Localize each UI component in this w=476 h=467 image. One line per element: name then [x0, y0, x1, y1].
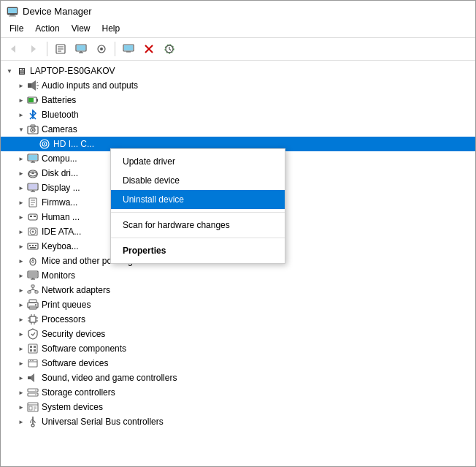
scan-toolbar-button[interactable]	[160, 40, 179, 58]
tree-item-software-devices[interactable]: Software devices	[1, 356, 475, 371]
svg-point-103	[30, 360, 31, 362]
tree-item-sound[interactable]: Sound, video and game controllers	[1, 371, 475, 385]
back-button[interactable]	[4, 40, 23, 58]
svg-point-110	[35, 394, 37, 395]
back-icon	[8, 44, 18, 54]
window-title: Device Manager	[23, 6, 92, 17]
ctx-uninstall-device[interactable]: Uninstall device	[111, 190, 285, 209]
software-components-chevron	[15, 343, 27, 354]
svg-point-39	[44, 143, 45, 145]
monitors-icon	[27, 270, 39, 281]
tree-item-monitors[interactable]: Monitors	[1, 268, 475, 283]
svg-rect-58	[30, 216, 32, 217]
svg-rect-75	[31, 285, 34, 287]
mice-chevron	[15, 255, 27, 267]
tree-item-bluetooth[interactable]: Bluetooth	[1, 107, 475, 122]
ctx-properties[interactable]: Properties	[111, 241, 285, 260]
bluetooth-label: Bluetooth	[42, 110, 79, 120]
svg-rect-30	[37, 99, 38, 102]
keyboards-label: Keyboa...	[42, 241, 79, 251]
software-components-icon	[27, 343, 39, 354]
hd-camera-chevron	[27, 138, 39, 150]
tree-item-network[interactable]: Network adapters	[1, 283, 475, 297]
tree-item-processors[interactable]: Processors	[1, 312, 475, 327]
network-label: Network adapters	[42, 285, 110, 295]
toolbar	[1, 38, 475, 61]
svg-rect-97	[30, 346, 32, 348]
forward-button[interactable]	[24, 40, 43, 58]
svg-marker-5	[31, 45, 36, 53]
svg-line-25	[37, 82, 38, 83]
scan-icon	[164, 43, 175, 55]
forward-icon	[28, 44, 39, 54]
disk-chevron	[15, 167, 27, 179]
menu-help[interactable]: Help	[96, 21, 126, 36]
tree-item-system[interactable]: System devices	[1, 400, 475, 414]
audio-label: Audio inputs and outputs	[42, 80, 138, 91]
context-menu: Update driver Disable device Uninstall d…	[110, 148, 285, 264]
svg-rect-105	[28, 376, 31, 379]
ide-chevron	[15, 226, 27, 238]
remove-button[interactable]	[139, 40, 158, 58]
show-hidden-icon	[96, 43, 107, 55]
ide-label: IDE ATA...	[42, 227, 81, 237]
ctx-disable-device[interactable]: Disable device	[111, 171, 285, 190]
svg-point-84	[35, 304, 37, 305]
tree-item-print-queues[interactable]: Print queues	[1, 297, 475, 312]
main-content: 🖥 LAPTOP-ES0GAKOV Audio inputs and outpu…	[1, 61, 475, 466]
root-chevron	[4, 65, 15, 77]
svg-point-15	[100, 48, 103, 50]
tree-item-batteries[interactable]: Batteries	[1, 93, 475, 107]
menu-view[interactable]: View	[66, 21, 96, 36]
svg-rect-57	[28, 214, 37, 220]
svg-point-48	[31, 172, 34, 174]
uninstall-toolbar-button[interactable]	[119, 40, 138, 58]
tree-item-audio[interactable]: Audio inputs and outputs	[1, 78, 475, 93]
svg-rect-108	[28, 393, 38, 396]
firmware-label: Firmwa...	[42, 197, 77, 208]
svg-rect-76	[28, 291, 31, 293]
computer-label: Compu...	[42, 153, 77, 164]
tree-item-usb[interactable]: Universal Serial Bus controllers	[1, 414, 475, 429]
monitors-label: Monitors	[42, 270, 75, 281]
svg-line-95	[33, 333, 35, 335]
svg-marker-24	[31, 80, 36, 91]
svg-rect-98	[34, 346, 36, 348]
tree-root[interactable]: 🖥 LAPTOP-ES0GAKOV	[1, 64, 475, 78]
toolbar-separator-1	[47, 42, 47, 56]
svg-rect-1	[8, 8, 17, 13]
system-chevron	[15, 401, 27, 413]
tree-item-security[interactable]: Security devices	[1, 327, 475, 341]
uninstall-icon	[123, 43, 134, 55]
tree-item-software-components[interactable]: Software components	[1, 341, 475, 356]
ctx-update-driver[interactable]: Update driver	[111, 152, 285, 171]
svg-rect-64	[29, 245, 31, 246]
properties-toolbar-button[interactable]	[51, 40, 70, 58]
disk-icon	[27, 167, 39, 179]
menu-bar: File Action View Help	[1, 20, 475, 38]
human-interface-chevron	[15, 211, 27, 223]
menu-action[interactable]: Action	[29, 21, 65, 36]
software-devices-icon	[27, 357, 39, 369]
svg-rect-67	[30, 247, 36, 248]
mice-icon	[27, 255, 39, 267]
ctx-scan-hardware[interactable]: Scan for hardware changes	[111, 216, 285, 235]
tree-item-storage[interactable]: Storage controllers	[1, 385, 475, 400]
storage-icon	[27, 387, 39, 398]
update-driver-toolbar-button[interactable]	[72, 40, 91, 58]
audio-icon	[27, 80, 39, 91]
svg-rect-17	[124, 45, 133, 50]
svg-rect-59	[34, 216, 36, 217]
root-label: LAPTOP-ES0GAKOV	[30, 66, 115, 76]
svg-rect-29	[28, 98, 34, 102]
processors-chevron	[15, 314, 27, 325]
menu-file[interactable]: File	[4, 21, 29, 36]
show-hidden-button[interactable]	[92, 40, 111, 58]
firmware-icon	[27, 197, 39, 208]
svg-rect-66	[35, 245, 37, 246]
hd-camera-icon	[39, 138, 50, 150]
tree-item-cameras[interactable]: Cameras	[1, 122, 475, 137]
hd-camera-label: HD I... C...	[53, 139, 94, 149]
svg-rect-11	[77, 45, 85, 50]
svg-point-122	[31, 424, 34, 427]
